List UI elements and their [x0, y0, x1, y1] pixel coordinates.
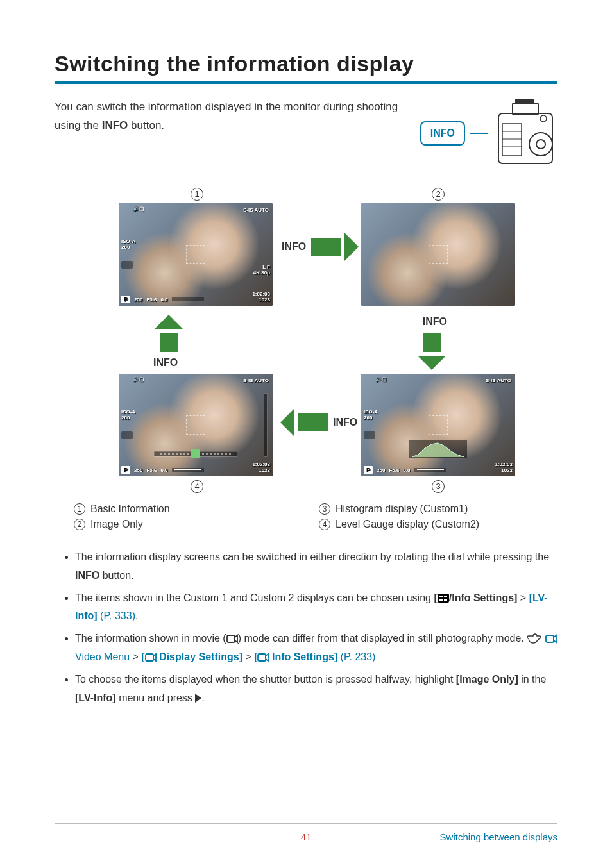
intro-text: You can switch the information displayed…: [55, 98, 401, 135]
note-info-word: INFO: [75, 570, 99, 581]
info-button-label: INFO: [420, 121, 465, 146]
osd-sis: S-IS AUTO: [486, 378, 511, 384]
osd-expbar: [172, 468, 204, 472]
right-arrow-icon: [195, 694, 201, 703]
legend-marker: 3: [319, 503, 330, 515]
osd-mode: P: [364, 466, 373, 474]
osd-top-icons: 🔊▢: [133, 206, 144, 212]
note-4: To choose the items displayed when the s…: [75, 671, 557, 708]
osd-aperture: F5.6: [146, 297, 157, 303]
arrow-4-to-1: INFO: [153, 315, 184, 370]
display-settings-link[interactable]: [ Display Settings]: [141, 651, 242, 662]
svg-point-5: [540, 115, 547, 122]
page-ref-link[interactable]: (P. 333): [98, 610, 135, 621]
note-text: .: [201, 692, 204, 703]
note-text: in the: [518, 674, 547, 685]
osd-sis: S-IS AUTO: [243, 207, 269, 213]
page-title: Switching the information display: [55, 51, 557, 84]
osd-mode: P: [121, 296, 130, 303]
grid-icon: [438, 594, 449, 603]
osd-ev: 0.0: [160, 297, 167, 303]
note-text: ) mode can differ from that displayed in…: [238, 633, 527, 644]
movie-icon: [145, 652, 157, 662]
info-settings-link[interactable]: [ Info Settings]: [254, 651, 337, 662]
osd-wb-icon: [121, 261, 133, 269]
legend-marker: 4: [319, 519, 330, 530]
intro-post: button.: [128, 119, 164, 131]
legend-text: Histogram display (Custom1): [336, 503, 468, 515]
legend-text: Image Only: [90, 519, 143, 530]
osd-wb-icon: [364, 431, 375, 439]
legend-item-3: 3Histogram display (Custom1): [319, 503, 538, 515]
arrow-1-to-2: INFO: [280, 233, 359, 261]
svg-rect-12: [191, 449, 200, 458]
osd-expbar: [172, 297, 204, 301]
svg-rect-16: [546, 635, 554, 642]
camera-callout: INFO: [420, 98, 557, 169]
note-text: >: [130, 651, 141, 662]
legend-item-2: 2Image Only: [74, 519, 293, 530]
svg-point-3: [529, 133, 552, 156]
osd-ev: 0.0: [403, 467, 410, 473]
note-3: The information shown in movie () mode c…: [75, 630, 557, 667]
legend-text: Basic Information: [90, 503, 170, 515]
osd-aperture: F5.6: [146, 467, 157, 473]
movie-icon: [545, 633, 557, 644]
osd-bottom: P 250 F5.6 0.0: [364, 466, 513, 474]
svg-rect-2: [515, 99, 534, 103]
screen-image-only: [361, 203, 515, 306]
level-vertical: [264, 393, 268, 457]
svg-rect-15: [227, 635, 235, 642]
osd-expbar: [414, 468, 446, 472]
note-text: button.: [99, 570, 133, 581]
movie-icon: [226, 633, 238, 644]
marker-3: 3: [432, 480, 445, 493]
arrow-3-to-4: INFO: [280, 408, 359, 437]
marker-4: 4: [191, 480, 203, 493]
footer: 41 Switching between displays: [55, 823, 557, 842]
note-text: menu and press: [116, 692, 196, 703]
osd-shutter: 250: [134, 297, 142, 303]
note-text: The items shown in the Custom 1 and Cust…: [75, 592, 434, 603]
arrow-label: INFO: [333, 417, 357, 428]
note-1: The information display screens can be s…: [75, 548, 557, 585]
note-text: The information shown in movie (: [75, 633, 226, 644]
osd-top-icons: 🔊▢: [133, 376, 144, 382]
svg-rect-17: [146, 654, 153, 661]
arrow-label: INFO: [282, 241, 306, 253]
screen-basic-info: 🔊▢ S-IS AUTO ISO-A200 L F4K 30p P 250 F5…: [119, 203, 273, 306]
osd-bottom: P 250 F5.6 0.0: [121, 296, 270, 303]
legend-item-1: 1Basic Information: [74, 503, 293, 515]
image-only-ref: [Image Only]: [456, 674, 518, 685]
intro-row: You can switch the information displayed…: [55, 98, 557, 169]
info-settings-ref: [/Info Settings]: [434, 592, 517, 603]
legend-marker: 1: [74, 503, 85, 515]
movie-icon: [257, 652, 269, 662]
page-number: 41: [301, 831, 312, 842]
osd-shutter: 250: [377, 467, 385, 473]
arrow-label: INFO: [423, 316, 447, 328]
legend-marker: 2: [74, 519, 85, 530]
page-ref-link[interactable]: (P. 233): [337, 651, 375, 662]
osd-sis: S-IS AUTO: [243, 378, 269, 384]
note-text: .: [135, 610, 138, 621]
note-text: To choose the items displayed when the s…: [75, 674, 456, 685]
marker-1: 1: [191, 188, 203, 201]
osd-ev: 0.0: [160, 467, 167, 473]
svg-rect-6: [502, 124, 522, 156]
osd-counter: 1:02:031023: [252, 292, 270, 303]
osd-top-icons: 🔊▢: [375, 376, 387, 382]
legend-item-4: 4Level Gauge display (Custom2): [319, 519, 538, 530]
cycle-diagram: 1 2 3 4 🔊▢ S-IS AUTO ISO-A200 L F4K 30p …: [94, 194, 518, 496]
osd-wb-icon: [121, 431, 133, 439]
osd-iso: ISO-A200: [364, 410, 378, 421]
osd-bottom: P 250 F5.6 0.0: [121, 466, 270, 474]
svg-rect-18: [258, 654, 266, 661]
level-horizontal: [154, 449, 237, 458]
histogram-graphic: [409, 440, 467, 458]
note-2: The items shown in the Custom 1 and Cust…: [75, 589, 557, 626]
osd-iso: ISO-A200: [121, 410, 135, 421]
osd-mode: P: [121, 466, 130, 474]
notes-list: The information display screens can be s…: [55, 548, 557, 707]
footer-section-link[interactable]: Switching between displays: [440, 831, 557, 842]
